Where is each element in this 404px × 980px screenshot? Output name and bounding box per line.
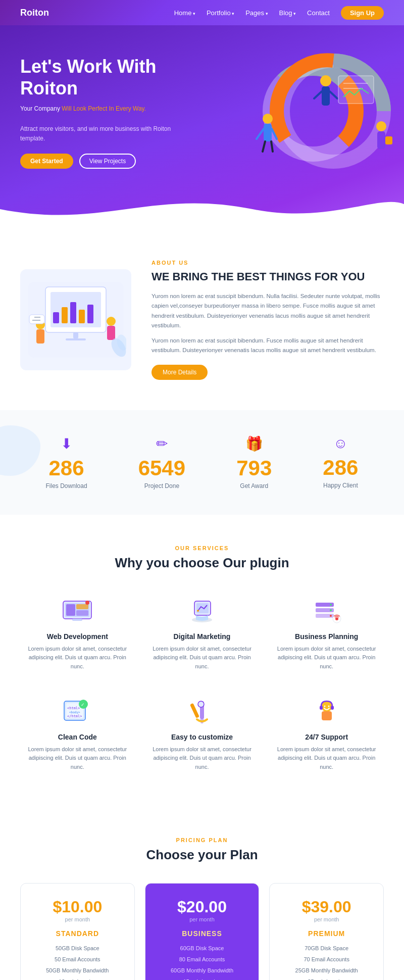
nav-signup-button[interactable]: Sign Up (341, 6, 384, 20)
hero-buttons: Get Started View Projects (20, 154, 192, 169)
svg-rect-23 (79, 310, 85, 323)
nav-portfolio[interactable]: Portfolio (207, 9, 234, 17)
business-feature-3: 15 subdomains (156, 976, 249, 980)
service-clean-code-desc: Lorem ipsum dolor sit amet, consectetur … (25, 745, 130, 772)
pricing-business: $20.00 per month BUSINESS 60GB Disk Spac… (145, 883, 260, 980)
svg-rect-15 (377, 131, 385, 149)
premium-feature-3: 25 subdomains (280, 976, 373, 980)
standard-feature-0: 50GB Disk Space (31, 943, 124, 954)
service-web-dev: Web Development Lorem ipsum dolor sit am… (20, 591, 135, 676)
hero-content: Let's Work With Roiton Your Company Will… (20, 56, 192, 169)
nav-blog[interactable]: Blog (279, 9, 296, 17)
service-clean-code-name: Clean Code (25, 733, 130, 741)
about-text: ABOUT US WE BRING THE BEST THINGS FOR YO… (152, 260, 384, 380)
svg-rect-30 (66, 338, 86, 340)
services-title: Why you choose Our plugin (20, 555, 384, 571)
hero-section: Let's Work With Roiton Your Company Will… (0, 25, 404, 229)
svg-point-50 (330, 604, 332, 606)
standard-feature-2: 50GB Monthly Bandwidth (31, 965, 124, 976)
service-biz-plan: Business Planning Lorem ipsum dolor sit … (269, 591, 384, 676)
business-planning-icon (309, 596, 344, 626)
get-started-button[interactable]: Get Started (20, 154, 73, 169)
svg-point-70 (324, 705, 325, 707)
svg-rect-22 (70, 302, 76, 323)
stat-project-label: Project Done (138, 482, 185, 489)
hero-wave (0, 189, 404, 229)
service-biz-plan-name: Business Planning (274, 632, 379, 641)
svg-point-51 (330, 609, 332, 611)
service-support-name: 24/7 Support (274, 733, 379, 741)
svg-rect-26 (36, 329, 44, 344)
svg-rect-29 (73, 332, 78, 338)
svg-point-65 (198, 701, 204, 707)
premium-price: $39.00 (280, 898, 373, 916)
nav-pages[interactable]: Pages (245, 9, 268, 17)
svg-rect-28 (107, 326, 115, 340)
service-support-desc: Lorem ipsum dolor sit amet, consectetur … (274, 745, 379, 772)
about-label: ABOUT US (152, 260, 384, 266)
pencil-icon: ✏ (138, 435, 185, 452)
business-feature-0: 60GB Disk Space (156, 943, 249, 954)
business-period: per month (156, 916, 249, 922)
stat-files-download: ⬇ 286 Files Download (46, 435, 87, 489)
svg-rect-31 (29, 315, 44, 324)
logo: Roiton (20, 8, 49, 18)
navbar: Roiton Home Portfolio Pages Blog Contact… (0, 0, 404, 25)
about-section: ABOUT US WE BRING THE BEST THINGS FOR YO… (0, 229, 404, 410)
svg-line-9 (314, 91, 322, 99)
svg-rect-69 (331, 706, 334, 710)
svg-point-52 (330, 615, 332, 617)
service-clean-code: <html> <body> </html> ✓ Clean Code Lorem… (20, 692, 135, 777)
about-illustration (25, 277, 126, 363)
hero-illustration (232, 40, 394, 182)
more-details-button[interactable]: More Details (152, 365, 208, 380)
stat-files-number: 286 (46, 456, 87, 480)
svg-point-54 (335, 617, 338, 620)
about-image (20, 269, 131, 370)
business-plan-name: BUSINESS (156, 929, 249, 938)
stat-project-number: 6549 (138, 456, 185, 480)
svg-rect-20 (53, 312, 59, 323)
blob-left (0, 425, 40, 476)
stats-section: ⬇ 286 Files Download ✏ 6549 Project Done… (0, 410, 404, 515)
service-web-dev-desc: Lorem ipsum dolor sit amet, consectetur … (25, 645, 130, 671)
nav-contact[interactable]: Contact (307, 9, 330, 17)
service-support: 24/7 Support Lorem ipsum dolor sit amet,… (269, 692, 384, 777)
standard-price: $10.00 (31, 898, 124, 916)
view-projects-button[interactable]: View Projects (79, 154, 136, 169)
standard-feature-1: 50 Email Accounts (31, 954, 124, 965)
hero-tagline-highlight: Will Look Perfect In Every Way. (62, 105, 146, 112)
svg-point-7 (320, 75, 331, 86)
support-icon (309, 697, 344, 727)
stat-project-done: ✏ 6549 Project Done (138, 435, 185, 489)
stat-award-label: Get Award (236, 482, 272, 489)
svg-point-27 (107, 317, 116, 326)
services-section: OUR SERVICES Why you choose Our plugin W… (0, 515, 404, 807)
standard-plan-name: STANDARD (31, 929, 124, 938)
service-digital-mktg: Digital Marketing Lorem ipsum dolor sit … (145, 591, 260, 676)
gift-icon: 🎁 (236, 435, 272, 452)
pricing-label: PRICING PLAN (20, 837, 384, 843)
download-icon: ⬇ (46, 435, 87, 452)
svg-rect-8 (322, 86, 330, 106)
stat-award-number: 793 (236, 456, 272, 480)
pricing-premium: $39.00 per month PREMIUM 70GB Disk Space… (269, 883, 384, 980)
customize-icon (184, 697, 220, 727)
service-web-dev-name: Web Development (25, 632, 130, 641)
svg-rect-11 (338, 76, 374, 104)
svg-point-14 (376, 121, 386, 131)
pricing-grid: $10.00 per month STANDARD 50GB Disk Spac… (20, 883, 384, 980)
premium-feature-2: 25GB Monthly Bandwidth (280, 965, 373, 976)
pricing-title: Choose your Plan (20, 847, 384, 863)
standard-features: 50GB Disk Space 50 Email Accounts 50GB M… (31, 943, 124, 980)
service-customize-name: Easy to customize (150, 733, 255, 741)
svg-point-71 (328, 705, 329, 707)
about-para2: Yurom non lorem ac erat suscipit bibendu… (152, 336, 384, 356)
svg-rect-41 (72, 619, 82, 621)
nav-home[interactable]: Home (174, 9, 195, 17)
hero-tagline-prefix: Your Company (20, 105, 62, 112)
svg-rect-39 (76, 604, 88, 609)
about-para1: Yurom non lorem ac erat suscipit bibendu… (152, 291, 384, 331)
premium-feature-0: 70GB Disk Space (280, 943, 373, 954)
svg-text:</html>: </html> (67, 714, 82, 718)
